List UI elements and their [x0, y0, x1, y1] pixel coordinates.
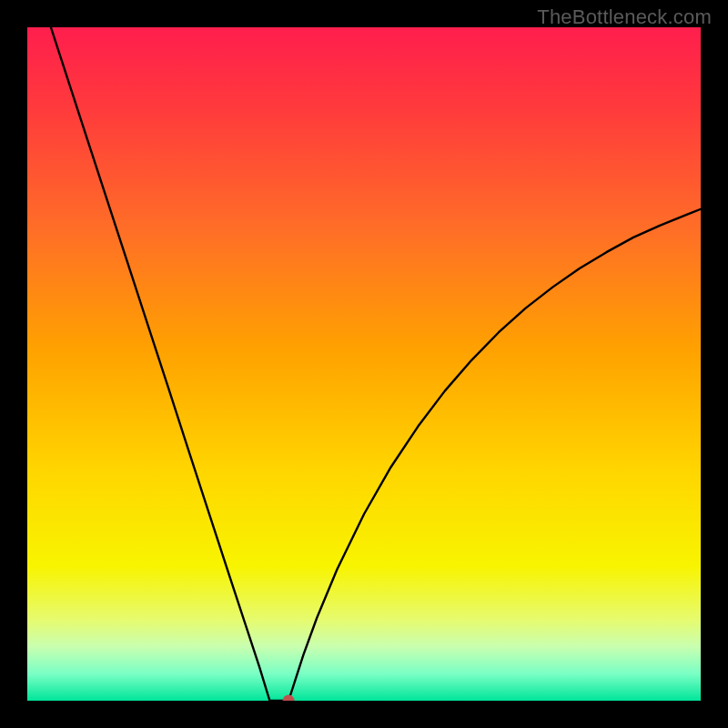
bottleneck-chart: [27, 27, 701, 701]
chart-container: TheBottleneck.com: [0, 0, 728, 728]
watermark-text: TheBottleneck.com: [537, 5, 712, 29]
